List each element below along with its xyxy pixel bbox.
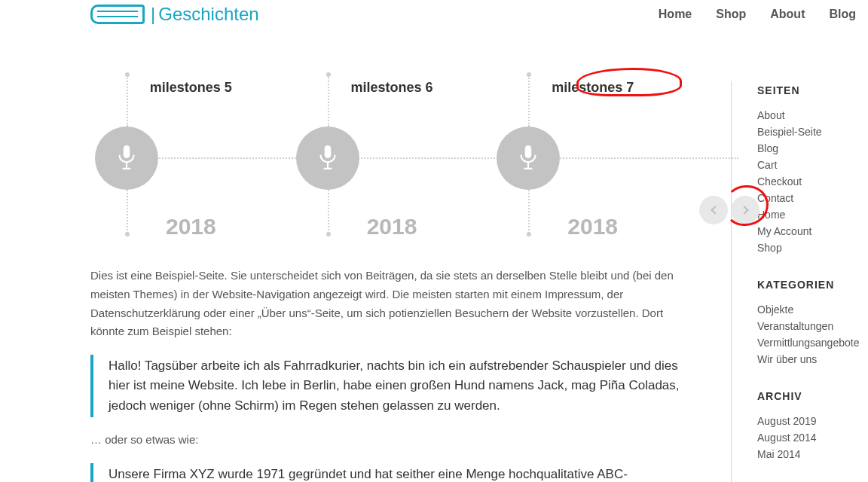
milestone-circle bbox=[296, 127, 359, 190]
sidebar-link[interactable]: Blog bbox=[757, 140, 868, 157]
next-button[interactable] bbox=[731, 196, 760, 224]
sidebar-heading-kategorien: KATEGORIEN bbox=[757, 279, 868, 291]
page-body: Dies ist eine Beispiel-Seite. Sie unters… bbox=[90, 267, 693, 482]
sidebar-link[interactable]: Cart bbox=[757, 157, 868, 173]
carousel-controls bbox=[699, 196, 760, 224]
milestone-year: 2018 bbox=[292, 214, 493, 239]
quote-1: Hallo! Tagsüber arbeite ich als Fahrradk… bbox=[90, 355, 693, 417]
bridge-text: … oder so etwas wie: bbox=[90, 431, 693, 450]
quote-2: Unsere Firma XYZ wurde 1971 gegründet un… bbox=[90, 463, 693, 482]
sidebar-heading-archiv: ARCHIV bbox=[757, 390, 868, 402]
stem-icon bbox=[528, 75, 530, 127]
intro-paragraph: Dies ist eine Beispiel-Seite. Sie unters… bbox=[90, 267, 693, 341]
nav-home[interactable]: Home bbox=[646, 0, 704, 29]
milestone-circle bbox=[497, 127, 560, 190]
svg-rect-1 bbox=[324, 145, 331, 158]
nav-about[interactable]: About bbox=[758, 0, 817, 29]
sidebar-heading-seiten: SEITEN bbox=[757, 84, 868, 96]
sidebar-link[interactable]: Home bbox=[757, 206, 868, 223]
milestone-circle bbox=[95, 127, 158, 190]
svg-rect-2 bbox=[525, 145, 532, 158]
milestone-year: 2018 bbox=[492, 214, 693, 239]
book-logo-icon bbox=[90, 5, 145, 24]
main-content: milestones 5 2018 milestones 6 bbox=[90, 81, 731, 482]
sidebar-link[interactable]: Mai 2014 bbox=[757, 446, 868, 462]
nav-shop[interactable]: Shop bbox=[704, 0, 758, 29]
sidebar: SEITEN About Beispiel-Seite Blog Cart Ch… bbox=[731, 81, 868, 482]
sidebar-link[interactable]: Contact bbox=[757, 190, 868, 206]
milestone-title: milestones 7 bbox=[492, 80, 693, 96]
stem-icon bbox=[328, 75, 329, 127]
milestone-7[interactable]: milestones 7 2018 bbox=[492, 81, 693, 247]
nav-blog[interactable]: Blog bbox=[817, 0, 868, 29]
svg-rect-0 bbox=[124, 145, 130, 158]
sidebar-link[interactable]: Wir über uns bbox=[757, 351, 868, 368]
stem-icon bbox=[127, 75, 128, 127]
milestone-6[interactable]: milestones 6 2018 bbox=[292, 81, 493, 247]
sidebar-link[interactable]: Shop bbox=[757, 239, 868, 256]
prev-button[interactable] bbox=[699, 196, 728, 224]
brand-separator: | bbox=[151, 4, 155, 25]
sidebar-list-kategorien: Objekte Veranstaltungen Vermittlungsange… bbox=[757, 301, 868, 368]
milestone-5[interactable]: milestones 5 2018 bbox=[90, 81, 292, 247]
sidebar-link[interactable]: Beispiel-Seite bbox=[757, 124, 868, 140]
microphone-icon bbox=[518, 145, 538, 171]
chevron-right-icon bbox=[740, 206, 748, 214]
sidebar-link[interactable]: August 2014 bbox=[757, 429, 868, 446]
sidebar-link[interactable]: Checkout bbox=[757, 173, 868, 190]
milestone-title: milestones 5 bbox=[90, 80, 292, 96]
brand[interactable]: | Geschichten bbox=[90, 4, 259, 25]
sidebar-link[interactable]: August 2019 bbox=[757, 413, 868, 429]
milestone-year: 2018 bbox=[90, 214, 292, 239]
milestone-title: milestones 6 bbox=[292, 80, 493, 96]
microphone-icon bbox=[318, 145, 338, 171]
sidebar-link[interactable]: About bbox=[757, 107, 868, 124]
sidebar-list-seiten: About Beispiel-Seite Blog Cart Checkout … bbox=[757, 107, 868, 256]
sidebar-link[interactable]: My Account bbox=[757, 223, 868, 239]
main-nav: Home Shop About Blog bbox=[646, 0, 868, 29]
timeline: milestones 5 2018 milestones 6 bbox=[90, 81, 693, 247]
microphone-icon bbox=[117, 145, 136, 171]
site-header: | Geschichten Home Shop About Blog bbox=[0, 0, 868, 29]
sidebar-link[interactable]: Vermittlungsangebote bbox=[757, 334, 868, 351]
sidebar-link[interactable]: Veranstaltungen bbox=[757, 318, 868, 334]
sidebar-list-archiv: August 2019 August 2014 Mai 2014 bbox=[757, 413, 868, 462]
brand-name: Geschichten bbox=[158, 4, 258, 25]
chevron-left-icon bbox=[711, 206, 719, 214]
sidebar-link[interactable]: Objekte bbox=[757, 301, 868, 318]
